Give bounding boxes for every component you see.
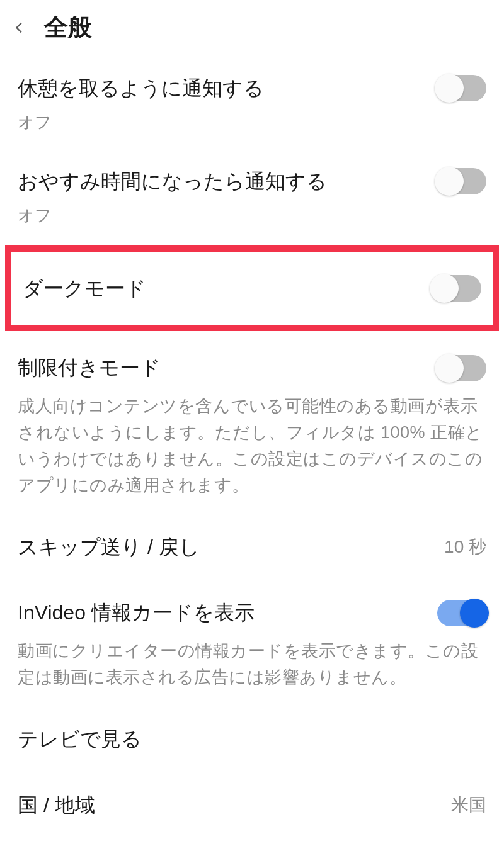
setting-break-reminder[interactable]: 休憩を取るように通知する オフ bbox=[0, 55, 504, 149]
setting-description: 成人向けコンテンツを含んでいる可能性のある動画が表示されないようにします。ただし… bbox=[18, 393, 486, 499]
toggle-invideo[interactable] bbox=[437, 600, 486, 626]
setting-label: ダークモード bbox=[23, 274, 146, 303]
setting-label: スキップ送り / 戻し bbox=[18, 533, 200, 561]
toggle-knob bbox=[435, 354, 464, 383]
setting-watch-tv[interactable]: テレビで見る bbox=[0, 706, 504, 772]
setting-value: 米国 bbox=[451, 793, 486, 817]
toggle-bedtime-reminder[interactable] bbox=[437, 168, 486, 194]
back-icon[interactable] bbox=[13, 21, 26, 35]
setting-value: 10 秒 bbox=[444, 535, 486, 559]
setting-country[interactable]: 国 / 地域 米国 bbox=[0, 772, 504, 838]
setting-description: 動画にクリエイターの情報カードを表示できます。この設定は動画に表示される広告には… bbox=[18, 638, 486, 691]
setting-label: 国 / 地域 bbox=[18, 791, 95, 820]
setting-label: InVideo 情報カードを表示 bbox=[18, 599, 255, 627]
setting-skip[interactable]: スキップ送り / 戻し 10 秒 bbox=[0, 514, 504, 580]
toggle-knob bbox=[430, 274, 459, 303]
toggle-break-reminder[interactable] bbox=[437, 75, 486, 101]
setting-dark-mode[interactable]: ダークモード bbox=[23, 274, 481, 303]
toggle-knob bbox=[435, 74, 464, 103]
setting-invideo[interactable]: InVideo 情報カードを表示 動画にクリエイターの情報カードを表示できます。… bbox=[0, 580, 504, 706]
setting-sublabel: オフ bbox=[18, 205, 486, 227]
setting-dark-mode-highlighted: ダークモード bbox=[5, 245, 499, 332]
setting-label: おやすみ時間になったら通知する bbox=[18, 167, 327, 196]
setting-label: テレビで見る bbox=[18, 725, 142, 753]
setting-restricted-mode[interactable]: 制限付きモード 成人向けコンテンツを含んでいる可能性のある動画が表示されないよう… bbox=[0, 335, 504, 514]
setting-bedtime-reminder[interactable]: おやすみ時間になったら通知する オフ bbox=[0, 149, 504, 242]
toggle-knob bbox=[460, 599, 489, 628]
setting-label: 制限付きモード bbox=[18, 354, 161, 382]
page-title: 全般 bbox=[44, 11, 92, 43]
setting-label: 休憩を取るように通知する bbox=[18, 74, 264, 103]
toggle-restricted-mode[interactable] bbox=[437, 355, 486, 381]
settings-list: 休憩を取るように通知する オフ おやすみ時間になったら通知する オフ ダークモー… bbox=[0, 55, 504, 838]
setting-sublabel: オフ bbox=[18, 111, 486, 133]
header: 全般 bbox=[0, 0, 504, 55]
toggle-dark-mode[interactable] bbox=[432, 275, 481, 302]
toggle-knob bbox=[435, 167, 464, 196]
